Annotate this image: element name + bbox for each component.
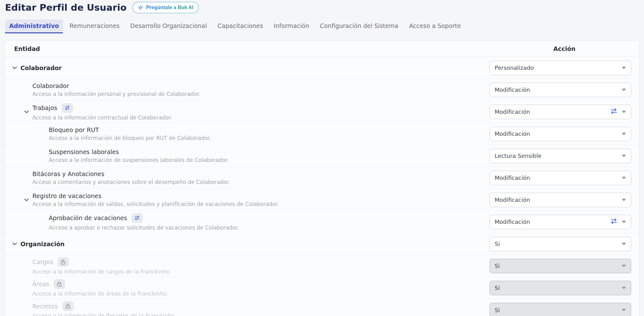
table-header: Entidad Acción — [5, 41, 639, 57]
action-cell: Lectura Sensible — [490, 149, 639, 163]
entity-title: Cargos — [32, 258, 53, 265]
action-select: Si — [490, 281, 631, 295]
table-row: Bloqueo por RUT Acceso a la información … — [5, 123, 639, 145]
entity-description: Acceso a aprobar o rechazar solicitudes … — [49, 225, 490, 231]
tab-desarrollo-organizacional[interactable]: Desarrollo Organizacional — [126, 19, 211, 33]
action-cell: Modificación — [490, 127, 639, 141]
table-row: Registro de vacaciones Acceso a la infor… — [5, 189, 639, 211]
action-select[interactable]: Modificación — [490, 171, 631, 185]
action-select-value: Modificación — [495, 175, 530, 181]
entity-cell: Suspensiones laborales Acceso a la infor… — [5, 148, 490, 163]
caret-down-icon — [622, 265, 626, 267]
tab-configuraci-n-del-sistema[interactable]: Configuración del Sistema — [316, 19, 402, 33]
entity-cell: Aprobación de vacaciones Acceso a aproba… — [5, 213, 490, 231]
entity-description: Acceso a la información de áreas de la F… — [32, 291, 490, 297]
action-cell: Modificación — [490, 171, 639, 185]
entity-title: Suspensiones laborales — [49, 148, 119, 155]
action-select-value: Si — [495, 241, 500, 247]
action-cell: Si — [490, 281, 639, 295]
action-select[interactable]: Modificación — [490, 215, 631, 229]
tab-bar: Administrativo Remuneraciones Desarrollo… — [5, 19, 639, 33]
page-title: Editar Perfil de Usuario — [5, 2, 127, 13]
action-cell: Si — [490, 259, 639, 273]
entity-cell: Bitácoras y Anotaciones Acceso a comenta… — [5, 170, 490, 185]
entity-title: Registro de vacaciones — [32, 192, 102, 199]
table-row: Suspensiones laborales Acceso a la infor… — [5, 145, 639, 167]
action-select[interactable]: Modificación — [490, 193, 631, 207]
tab-label: Administrativo — [9, 22, 59, 29]
entity-title: Colaborador — [32, 82, 69, 89]
entity-description: Acceso a la información de saldos, solic… — [32, 201, 490, 207]
caret-down-icon — [622, 67, 626, 69]
tab-remuneraciones[interactable]: Remuneraciones — [65, 19, 124, 33]
entity-description: Acceso a la información de suspensiones … — [49, 157, 490, 163]
action-column-header: Acción — [490, 45, 639, 52]
action-select[interactable]: Si — [490, 237, 631, 251]
entity-title: Bloqueo por RUT — [49, 126, 99, 133]
chevron-down-icon[interactable] — [24, 197, 29, 202]
caret-down-icon — [622, 309, 626, 311]
table-row: Organización Si — [5, 233, 639, 255]
tab-label: Información — [274, 22, 309, 29]
tab-informaci-n[interactable]: Información — [269, 19, 313, 33]
action-select[interactable]: Lectura Sensible — [490, 149, 631, 163]
action-select-value: Modificación — [495, 86, 530, 93]
entity-description: Acceso a comentarios y anotaciones sobre… — [32, 179, 490, 185]
action-select-value: Modificación — [495, 108, 530, 115]
action-select[interactable]: Modificación — [490, 83, 631, 97]
swap-badge-icon — [131, 213, 143, 223]
entity-title: Recintos — [32, 303, 58, 310]
page-header: Editar Perfil de Usuario Pregúntale a Bu… — [0, 0, 644, 13]
entity-cell: Trabajos Acceso a la información contrac… — [5, 103, 490, 121]
chevron-down-icon[interactable] — [24, 109, 29, 114]
lock-icon — [58, 257, 69, 267]
entity-title: Áreas — [32, 280, 49, 287]
caret-down-icon — [622, 243, 626, 245]
entity-column-header: Entidad — [5, 45, 490, 52]
entity-cell: Colaborador Acceso a la información pers… — [5, 82, 490, 97]
table-row: Trabajos Acceso a la información contrac… — [5, 101, 639, 123]
table-row: Recintos Acceso a la información de Reci… — [5, 299, 639, 316]
action-select-value: Si — [495, 307, 500, 313]
action-select-value: Lectura Sensible — [495, 152, 541, 159]
caret-down-icon — [622, 89, 626, 91]
tab-label: Capacitaciones — [218, 22, 263, 29]
entity-description: Acceso a la información de Recintos de l… — [32, 313, 490, 316]
entity-cell: Registro de vacaciones Acceso a la infor… — [5, 192, 490, 207]
entity-cell: Recintos Acceso a la información de Reci… — [5, 301, 490, 316]
caret-down-icon — [622, 155, 626, 157]
entity-cell: Bloqueo por RUT Acceso a la información … — [5, 126, 490, 141]
caret-down-icon — [622, 221, 626, 223]
entity-cell: Colaborador — [5, 64, 490, 71]
chevron-down-icon[interactable] — [12, 241, 17, 247]
action-select-value: Modificación — [495, 197, 530, 203]
table-row: Áreas Acceso a la información de áreas d… — [5, 277, 639, 299]
action-cell: Si — [490, 237, 639, 251]
caret-down-icon — [622, 287, 626, 289]
ask-buk-ai-button[interactable]: Pregúntale a Buk AI — [132, 2, 199, 13]
chevron-down-icon[interactable] — [12, 65, 17, 70]
action-select[interactable]: Personalizado — [490, 61, 631, 75]
tab-capacitaciones[interactable]: Capacitaciones — [214, 19, 267, 33]
table-body: Colaborador Pers — [5, 57, 639, 316]
action-cell: Si — [490, 303, 639, 316]
entity-title: Colaborador — [20, 64, 62, 71]
swap-icon — [610, 218, 618, 225]
action-select[interactable]: Modificación — [490, 105, 631, 119]
table-row: Aprobación de vacaciones Acceso a aproba… — [5, 211, 639, 233]
entity-cell: Áreas Acceso a la información de áreas d… — [5, 279, 490, 297]
caret-down-icon — [622, 111, 626, 113]
tab-administrativo[interactable]: Administrativo — [5, 19, 63, 33]
entity-description: Acceso a la información de cargos de la … — [32, 269, 490, 275]
tab-acceso-a-soporte[interactable]: Acceso a Soporte — [405, 19, 465, 33]
caret-down-icon — [622, 133, 626, 135]
caret-down-icon — [622, 177, 626, 179]
entity-title: Bitácoras y Anotaciones — [32, 170, 104, 177]
action-select-value: Modificación — [495, 130, 530, 137]
permissions-card: Entidad Acción Colaborador — [4, 40, 640, 316]
swap-icon — [610, 108, 618, 115]
entity-title: Organización — [20, 241, 64, 247]
action-select[interactable]: Modificación — [490, 127, 631, 141]
ask-buk-ai-label: Pregúntale a Buk AI — [146, 5, 194, 10]
action-select-value: Personalizado — [495, 64, 534, 71]
